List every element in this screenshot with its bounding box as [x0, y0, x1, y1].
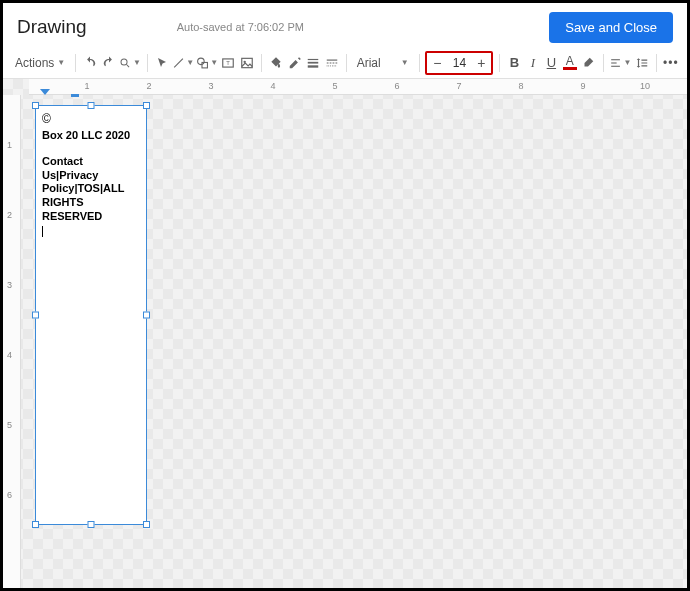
ruler-tick: 3	[7, 280, 12, 290]
ruler-tick: 2	[7, 210, 12, 220]
font-size-input[interactable]	[446, 55, 472, 71]
highlighter-icon	[581, 56, 595, 70]
actions-label: Actions	[15, 56, 54, 70]
svg-line-1	[127, 64, 130, 67]
drawing-canvas[interactable]: 12345678910 123456 © Box 20 LLC 2020 Con…	[3, 79, 687, 591]
separator	[603, 54, 604, 72]
textbox-icon: T	[221, 56, 235, 70]
resize-handle-tr[interactable]	[143, 102, 150, 109]
select-tool[interactable]	[154, 52, 170, 74]
svg-point-3	[198, 58, 205, 65]
ruler-tick: 4	[270, 81, 275, 91]
line-dash-icon	[325, 56, 339, 70]
border-weight-button[interactable]	[305, 52, 321, 74]
ruler-tick: 8	[518, 81, 523, 91]
more-options-button[interactable]: •••	[663, 52, 679, 74]
ruler-tick: 6	[394, 81, 399, 91]
actions-dropdown[interactable]: Actions ▼	[11, 54, 69, 72]
ruler-tick: 6	[7, 490, 12, 500]
fill-color-button[interactable]	[268, 52, 284, 74]
save-and-close-button[interactable]: Save and Close	[549, 12, 673, 43]
ruler-tick: 5	[332, 81, 337, 91]
svg-rect-10	[308, 61, 319, 63]
font-size-decrease-button[interactable]: −	[428, 54, 446, 72]
ruler-tick: 1	[7, 140, 12, 150]
paint-bucket-icon	[269, 56, 283, 70]
toolbar: Actions ▼ ▼ ▼ ▼ T Arial	[3, 47, 687, 79]
svg-point-0	[121, 58, 127, 64]
redo-button[interactable]	[101, 52, 117, 74]
line-spacing-button[interactable]	[633, 52, 649, 74]
undo-icon	[83, 56, 97, 70]
cursor-icon	[156, 57, 168, 69]
text-color-button[interactable]: A	[562, 52, 578, 74]
svg-rect-9	[308, 58, 319, 59]
svg-line-2	[174, 58, 183, 67]
dialog-title: Drawing	[17, 16, 87, 38]
separator	[261, 54, 262, 72]
svg-rect-11	[308, 65, 319, 67]
ruler-tick: 3	[208, 81, 213, 91]
chevron-down-icon: ▼	[623, 58, 631, 67]
bold-button[interactable]: B	[506, 52, 522, 74]
resize-handle-bm[interactable]	[88, 521, 95, 528]
ruler-tick: 1	[84, 81, 89, 91]
line-spacing-icon	[635, 56, 649, 70]
separator	[419, 54, 420, 72]
undo-button[interactable]	[82, 52, 98, 74]
redo-icon	[102, 56, 116, 70]
autosave-status: Auto-saved at 7:06:02 PM	[177, 21, 304, 33]
font-name: Arial	[357, 56, 381, 70]
chevron-down-icon: ▼	[57, 58, 65, 67]
italic-button[interactable]: I	[525, 52, 541, 74]
text-color-swatch	[563, 67, 577, 70]
border-color-button[interactable]	[286, 52, 302, 74]
pencil-icon	[288, 56, 302, 70]
chevron-down-icon: ▼	[210, 58, 218, 67]
resize-handle-tm[interactable]	[88, 102, 95, 109]
textbox-tool[interactable]: T	[220, 52, 236, 74]
textbox-line1: Box 20 LLC 2020	[42, 129, 140, 143]
align-dropdown[interactable]: ▼	[609, 52, 631, 74]
selected-text-box[interactable]: © Box 20 LLC 2020 Contact Us|Privacy Pol…	[35, 105, 147, 525]
line-icon	[172, 56, 185, 70]
font-size-increase-button[interactable]: +	[472, 54, 490, 72]
shape-tool[interactable]: ▼	[196, 52, 218, 74]
shape-icon	[196, 56, 209, 70]
separator	[656, 54, 657, 72]
line-weight-icon	[306, 56, 320, 70]
resize-handle-mr[interactable]	[143, 312, 150, 319]
svg-rect-7	[242, 58, 253, 67]
separator	[75, 54, 76, 72]
zoom-icon	[119, 56, 131, 70]
separator	[346, 54, 347, 72]
horizontal-ruler: 12345678910	[29, 79, 687, 95]
zoom-dropdown[interactable]: ▼	[119, 52, 141, 74]
resize-handle-br[interactable]	[143, 521, 150, 528]
resize-handle-tl[interactable]	[32, 102, 39, 109]
ellipsis-icon: •••	[663, 56, 679, 70]
textbox-para2: Contact Us|Privacy Policy|TOS|ALL RIGHTS…	[42, 155, 124, 222]
ruler-tick: 9	[580, 81, 585, 91]
separator	[147, 54, 148, 72]
ruler-tick: 10	[640, 81, 650, 91]
font-family-dropdown[interactable]: Arial ▼	[353, 56, 413, 70]
highlight-color-button[interactable]	[580, 52, 596, 74]
image-tool[interactable]	[239, 52, 255, 74]
svg-rect-4	[202, 62, 207, 67]
align-icon	[609, 56, 622, 70]
vertical-ruler: 123456	[3, 95, 21, 591]
underline-button[interactable]: U	[543, 52, 559, 74]
ruler-tick: 4	[7, 350, 12, 360]
canvas-inner: © Box 20 LLC 2020 Contact Us|Privacy Pol…	[23, 97, 687, 591]
resize-handle-bl[interactable]	[32, 521, 39, 528]
image-icon	[240, 56, 254, 70]
line-tool[interactable]: ▼	[172, 52, 194, 74]
resize-handle-ml[interactable]	[32, 312, 39, 319]
textbox-copyright: ©	[42, 112, 140, 127]
text-color-letter: A	[566, 56, 574, 66]
indent-marker-first-line[interactable]	[40, 89, 50, 95]
border-dash-button[interactable]	[323, 52, 339, 74]
ruler-tick: 2	[146, 81, 151, 91]
chevron-down-icon: ▼	[133, 58, 141, 67]
